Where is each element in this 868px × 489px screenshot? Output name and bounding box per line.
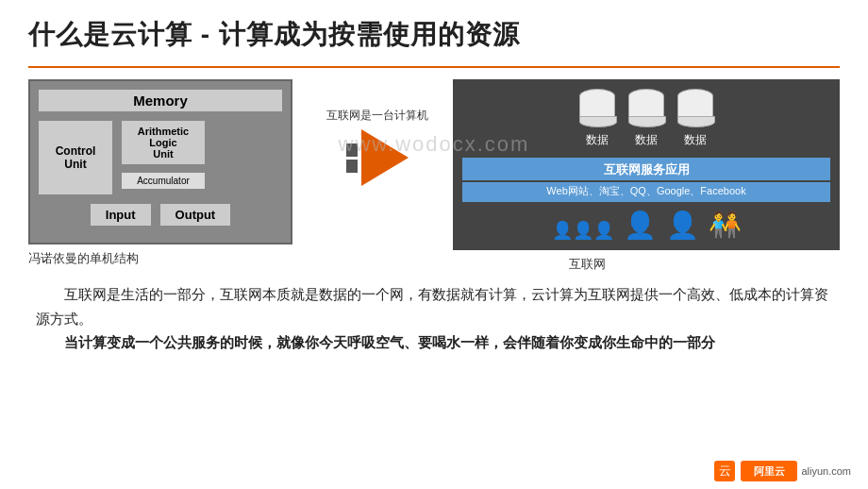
- data-icon-1: 数据: [579, 89, 615, 148]
- paragraph-1: 互联网是生活的一部分，互联网本质就是数据的一个网，有数据就有计算，云计算为互联网…: [36, 282, 832, 330]
- internet-app-bar: 互联网服务应用: [462, 158, 830, 180]
- alu-block: ArithmeticLogicUnit Accumulator: [121, 120, 206, 195]
- left-diagram: Memory ControlUnit ArithmeticLogicUnit A…: [28, 79, 302, 267]
- person-icon-2: 👤: [573, 220, 593, 241]
- person-icon-large-3: 🧑‍🤝‍🧑: [709, 210, 742, 241]
- arrow-label: 互联网是一台计算机: [326, 108, 428, 124]
- footer: 云 阿里云 aliyun.com: [714, 461, 851, 481]
- title-divider: [28, 66, 840, 68]
- paragraph-2-bold: 当计算变成一个公共服务的时候，就像你今天呼吸空气、要喝水一样，会伴随着你变成你生…: [64, 334, 715, 350]
- footer-domain: aliyun.com: [801, 465, 851, 477]
- control-unit: ControlUnit: [38, 120, 113, 195]
- internet-app-sub: Web网站、淘宝、QQ、Google、Facebook: [462, 182, 830, 202]
- accumulator: Accumulator: [121, 172, 206, 190]
- data-icon-2: 数据: [628, 89, 664, 148]
- slide: 什么是云计算 - 计算成为按需使用的资源 Memory ControlUnit …: [0, 0, 868, 489]
- cylinder-1: [579, 89, 615, 119]
- person-icon-1: 👤: [552, 220, 573, 241]
- cpu-inner: ControlUnit ArithmeticLogicUnit Accumula…: [38, 120, 283, 195]
- input-btn: Input: [90, 203, 152, 227]
- left-diagram-caption: 冯诺依曼的单机结构: [28, 250, 302, 267]
- person-icon-large-2: 👤: [666, 210, 699, 241]
- cylinder-2: [628, 89, 664, 119]
- person-group-1: 👤 👤 👤: [552, 220, 614, 241]
- arrow-bars: [346, 143, 358, 173]
- aliyun-logo: 阿里云: [741, 461, 797, 481]
- output-btn: Output: [159, 203, 232, 227]
- arrow-bar-2: [346, 160, 358, 173]
- right-diagram: 数据 数据 数据 互联网服务应用 Web网站、淘宝、QQ、Google、Face…: [453, 79, 840, 273]
- data-icons-row: 数据 数据 数据: [462, 89, 830, 148]
- aliyun-icon: 云: [714, 461, 735, 481]
- person-icon-large-1: 👤: [624, 210, 657, 241]
- arrow-triangle: [361, 129, 409, 186]
- paragraph-2: 当计算变成一个公共服务的时候，就像你今天呼吸空气、要喝水一样，会伴随着你变成你生…: [36, 330, 832, 355]
- cyl-label-3: 数据: [684, 132, 707, 148]
- arrow-bar-1: [346, 143, 358, 157]
- memory-label: Memory: [38, 89, 283, 112]
- cpu-box: Memory ControlUnit ArithmeticLogicUnit A…: [28, 79, 292, 244]
- diagram-row: Memory ControlUnit ArithmeticLogicUnit A…: [28, 79, 840, 273]
- text-section: 互联网是生活的一部分，互联网本质就是数据的一个网，有数据就有计算，云计算为互联网…: [28, 282, 840, 355]
- right-diagram-caption: 互联网: [453, 256, 840, 273]
- cylinder-3: [677, 89, 713, 119]
- people-row: 👤 👤 👤 👤 👤 🧑‍🤝‍🧑: [462, 210, 830, 241]
- io-row: Input Output: [38, 203, 283, 227]
- data-icon-3: 数据: [677, 89, 713, 148]
- cloud-box: 数据 数据 数据 互联网服务应用 Web网站、淘宝、QQ、Google、Face…: [453, 79, 840, 250]
- arrow-shape: [346, 129, 409, 186]
- person-icon-3: 👤: [593, 220, 614, 241]
- alu-unit: ArithmeticLogicUnit: [121, 120, 206, 165]
- page-title: 什么是云计算 - 计算成为按需使用的资源: [28, 17, 840, 53]
- cyl-label-1: 数据: [586, 132, 609, 148]
- arrow-section: 互联网是一台计算机: [321, 108, 434, 186]
- cyl-label-2: 数据: [635, 132, 658, 148]
